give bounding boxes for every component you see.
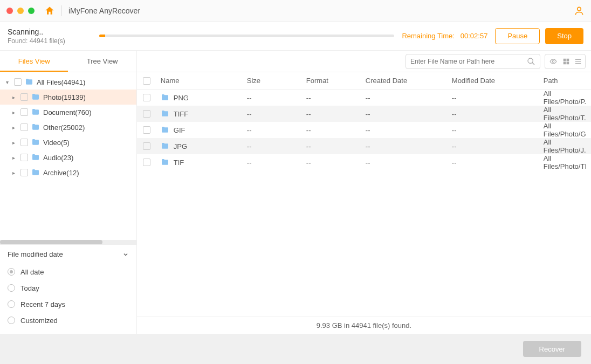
tree-checkbox[interactable] [20,154,28,161]
header-checkbox[interactable] [137,77,156,85]
list-view-icon[interactable] [574,58,582,65]
folder-icon [31,93,40,101]
expand-arrow-icon[interactable]: ▾ [3,79,11,85]
cell-format: -- [302,126,361,134]
tree-item[interactable]: ▸Photo(19139) [0,90,136,105]
home-icon[interactable] [44,5,55,16]
filter-title[interactable]: File modified date [8,250,129,258]
cell-name: GIF [174,126,185,134]
tree-scrollbar[interactable] [0,240,136,244]
view-toggles [545,54,586,69]
cell-path: All Files/Photo/TI [539,154,591,170]
svg-rect-6 [567,61,569,64]
tree-item[interactable]: ▸Document(760) [0,105,136,120]
title-divider [61,5,62,16]
stop-button[interactable]: Stop [545,28,583,44]
table-row[interactable]: PNG--------All Files/Photo/P. [137,90,591,106]
tree-checkbox[interactable] [20,169,28,176]
tree-checkbox[interactable] [14,78,22,86]
close-window-button[interactable] [6,8,13,14]
recover-button[interactable]: Recover [523,341,581,357]
radio-icon [8,317,15,324]
status-text: Scanning.. Found: 44941 file(s) [8,28,99,45]
svg-point-1 [528,58,533,63]
table-body: PNG--------All Files/Photo/P.TIFF-------… [137,90,591,317]
table-header: Name Size Format Created Date Modified D… [137,72,591,90]
search-box[interactable] [406,54,540,69]
tree-item-label: Audio(23) [43,154,73,162]
grid-view-icon[interactable] [562,58,570,65]
row-checkbox[interactable] [137,142,156,150]
cell-name: PNG [174,94,189,102]
table-row[interactable]: TIFF--------All Files/Photo/T. [137,106,591,122]
tree-item[interactable]: ▾All Files(44941) [0,74,136,90]
svg-point-0 [578,7,581,11]
cell-size: -- [243,94,302,102]
app-title: iMyFone AnyRecover [68,6,574,15]
tree-item[interactable]: ▸Audio(23) [0,150,136,165]
minimize-window-button[interactable] [17,8,24,14]
row-checkbox[interactable] [137,94,156,101]
radio-icon [8,284,15,292]
folder-icon [31,108,40,116]
status-scanning-label: Scanning.. [8,28,99,36]
column-format[interactable]: Format [302,77,361,85]
tree-item-label: Document(760) [43,108,92,116]
tree-item[interactable]: ▸Archive(12) [0,165,136,180]
user-icon[interactable] [574,5,585,16]
cell-modified: -- [448,94,539,102]
status-bar: Scanning.. Found: 44941 file(s) Remainin… [0,22,591,51]
tree-scrollbar-thumb[interactable] [0,240,102,244]
folder-icon [161,93,169,102]
cell-created: -- [361,159,448,167]
tab-files-view[interactable]: Files View [0,51,68,72]
search-input[interactable] [410,58,527,65]
maximize-window-button[interactable] [28,8,35,14]
tree-checkbox[interactable] [20,108,28,116]
cell-created: -- [361,94,448,102]
expand-arrow-icon[interactable]: ▸ [10,155,17,161]
folder-icon [161,109,169,118]
column-name[interactable]: Name [156,77,243,85]
radio-icon [8,268,15,276]
filter-option-label: All date [20,268,44,276]
table-row[interactable]: TIF--------All Files/Photo/TI [137,154,591,170]
column-modified[interactable]: Modified Date [448,77,539,85]
expand-arrow-icon[interactable]: ▸ [10,94,17,100]
column-path[interactable]: Path [539,77,591,85]
expand-arrow-icon[interactable]: ▸ [10,140,17,146]
cell-name: TIFF [174,110,188,118]
tree-checkbox[interactable] [20,123,28,131]
tree-checkbox[interactable] [20,93,28,101]
row-checkbox[interactable] [137,126,156,134]
pause-button[interactable]: Pause [495,28,540,44]
expand-arrow-icon[interactable]: ▸ [10,125,17,131]
tree-item[interactable]: ▸Other(25002) [0,120,136,135]
row-checkbox[interactable] [137,159,156,166]
column-created[interactable]: Created Date [361,77,448,85]
tree-checkbox[interactable] [20,139,28,146]
expand-arrow-icon[interactable]: ▸ [10,109,17,115]
filter-option[interactable]: All date [8,264,129,280]
filter-option[interactable]: Recent 7 days [8,296,129,312]
tab-tree-view[interactable]: Tree View [68,51,136,72]
column-size[interactable]: Size [243,77,302,85]
preview-toggle-icon[interactable] [548,58,558,65]
table-row[interactable]: GIF--------All Files/Photo/G [137,122,591,138]
filter-title-label: File modified date [8,250,63,258]
cell-modified: -- [448,142,539,150]
table-row[interactable]: JPG--------All Files/Photo/J. [137,138,591,154]
cell-path: All Files/Photo/J. [539,138,591,154]
row-checkbox[interactable] [137,110,156,118]
tree-item-label: Video(5) [43,139,70,147]
filter-option[interactable]: Customized [8,312,129,328]
folder-icon [31,123,40,132]
filter-option[interactable]: Today [8,280,129,296]
search-icon[interactable] [527,57,535,66]
cell-size: -- [243,126,302,134]
tree-item[interactable]: ▸Video(5) [0,135,136,150]
expand-arrow-icon[interactable]: ▸ [10,170,17,176]
cell-created: -- [361,110,448,118]
cell-modified: -- [448,126,539,134]
filter-option-label: Recent 7 days [20,300,65,308]
